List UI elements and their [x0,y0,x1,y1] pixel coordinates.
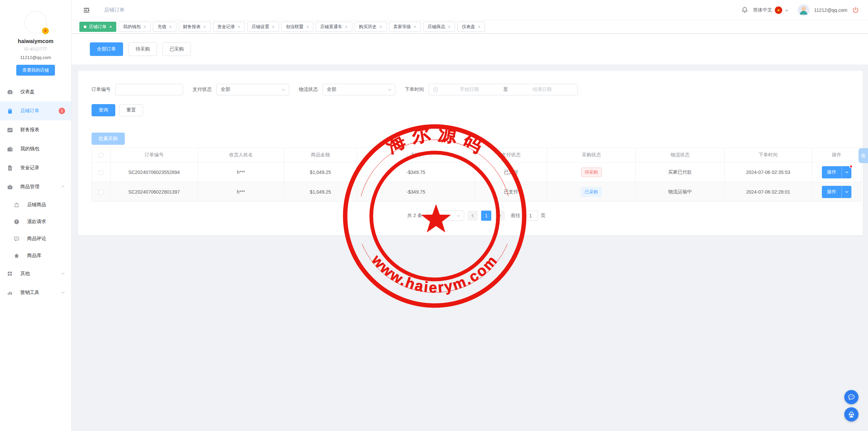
purchased-button[interactable]: 已采购 [162,42,191,56]
sidebar-item-marketing-tools[interactable]: 营销工具 [0,283,71,302]
header-user-email: 11212@qq.com [814,7,847,13]
sidebar-menu: 仪表盘 店铺订单 1 财务报表 我的钱包 [0,82,71,302]
tab-shop-express[interactable]: 店铺直通车× [316,22,352,32]
tab-dashboard[interactable]: 仪表盘× [457,22,485,32]
sidebar-item-funds-record[interactable]: 资金记录 [0,158,71,177]
close-icon[interactable]: × [448,24,451,29]
sidebar-item-refund-requests[interactable]: 退款请求 [0,213,71,230]
sidebar-item-label: 退款请求 [27,219,46,225]
tab-shop-orders[interactable]: 店铺订单× [79,22,116,32]
search-button[interactable]: 查询 [92,104,115,116]
close-icon[interactable]: × [169,24,172,29]
action-dropdown-button[interactable] [842,186,851,198]
tab-my-wallet[interactable]: 我的钱包× [119,22,151,32]
sidebar-item-goods-comments[interactable]: 商品评论 [0,230,71,247]
cell-logistics: 物流运输中 [636,182,725,202]
china-flag-icon: ★ [775,6,782,14]
order-type-band: 全部订单 待采购 已采购 [72,34,868,64]
cell-amount: $1,049.25 [284,182,357,202]
tab-shop-goods[interactable]: 店铺商品× [423,22,455,32]
all-orders-button[interactable]: 全部订单 [90,42,123,56]
logout-power-icon[interactable] [852,6,859,14]
tab-finance-report[interactable]: 财务报表× [179,22,211,32]
close-icon[interactable]: × [143,24,146,29]
sidebar-item-label: 营销工具 [20,290,39,296]
close-icon[interactable]: × [238,24,240,29]
select-all-checkbox[interactable] [99,153,103,158]
close-icon[interactable]: × [306,24,309,29]
close-icon[interactable]: × [345,24,348,29]
tab-startup-alliance[interactable]: 创业联盟× [281,22,313,32]
row-action-split-button[interactable]: 操作 [822,186,851,198]
action-button-label[interactable]: 操作 [822,166,842,178]
cell-pay-status: 已支付 [475,162,547,182]
svg-text:www.haierym.com: www.haierym.com [369,252,501,296]
page-size-select[interactable] [427,211,464,221]
logistics-status-select[interactable]: 全部 [322,84,395,95]
close-icon[interactable]: × [478,24,480,29]
cell-receiver: h*** [198,162,284,182]
tab-funds-record[interactable]: 资金记录× [213,22,245,32]
tab-label: 店铺直通车 [320,24,342,30]
row-checkbox[interactable] [99,190,103,195]
order-no-input[interactable] [115,84,183,95]
col-logistics-status: 物流状态 [636,148,725,162]
tab-purchase-history[interactable]: 购买历史× [355,22,387,32]
sidebar-item-other[interactable]: 其他 [0,264,71,283]
table-settings-button[interactable] [859,148,868,163]
table-header-row: 订单编号 收货人姓名 商品金额 利润 支付状态 采购状态 物流状态 下单时间 操… [92,148,862,162]
tab-label: 财务报表 [183,24,201,30]
row-checkbox[interactable] [99,170,103,175]
batch-purchase-button[interactable]: 批量采购 [92,133,125,145]
chat-bubble-icon [847,393,855,401]
reset-button[interactable]: 重置 [119,104,143,116]
language-selector[interactable]: 简体中文 ★ [753,6,788,14]
chat-button[interactable] [844,390,859,404]
row-action-split-button[interactable]: 操作 [822,166,851,178]
close-icon[interactable]: × [379,24,382,29]
sidebar-item-shop-goods[interactable]: 店铺商品 [0,196,71,213]
tab-label: 我的钱包 [123,24,141,30]
chevron-left-icon [471,214,475,218]
cell-order-time: 2024-07-06 02:35:53 [725,162,812,182]
goto-page-input[interactable] [523,211,538,221]
customer-service-button[interactable] [844,407,859,422]
header-right: 简体中文 ★ 11212@qq.com [741,4,859,16]
close-icon[interactable]: × [109,24,112,29]
prev-page-button[interactable] [468,211,478,221]
notification-bell-icon[interactable] [741,6,748,14]
pay-status-select[interactable]: 全部 [216,84,289,95]
close-icon[interactable]: × [272,24,275,29]
tab-recharge[interactable]: 充值× [153,22,176,32]
action-button-label[interactable]: 操作 [822,186,842,198]
sidebar-item-goods-library[interactable]: 商品库 [0,247,71,264]
goods-icon [7,184,13,190]
close-icon[interactable]: × [414,24,416,29]
user-avatar[interactable] [798,4,809,16]
logistics-status-value: 全部 [327,86,388,93]
sidebar-item-shop-orders[interactable]: 店铺订单 1 [0,101,71,120]
notification-dot [849,165,853,168]
sidebar-item-my-wallet[interactable]: 我的钱包 [0,139,71,158]
order-time-range-picker[interactable]: 开始日期 至 结束日期 [429,84,578,95]
pay-status-label: 支付状态 [193,86,212,93]
page-unit-label: 页 [541,213,546,219]
next-page-button[interactable] [495,211,505,221]
sidebar-collapse-icon[interactable] [83,7,90,14]
gear-icon [860,153,866,159]
shop-goods-icon [14,202,20,208]
pending-purchase-button[interactable]: 待采购 [129,42,157,56]
funds-icon [7,165,13,171]
close-icon[interactable]: × [203,24,206,29]
page-number-button[interactable]: 1 [481,211,491,221]
goto-label: 前往 [511,213,520,219]
view-my-shop-button[interactable]: 查看我的店铺 [16,65,55,76]
sidebar-item-finance-report[interactable]: 财务报表 [0,120,71,139]
chevron-down-icon [61,271,65,276]
batch-row: 批量采购 [92,133,863,145]
tab-shop-settings[interactable]: 店铺设置× [247,22,279,32]
col-pay-status: 支付状态 [475,148,547,162]
sidebar-item-goods-management[interactable]: 商品管理 [0,177,71,196]
tab-seller-level[interactable]: 卖家等级× [389,22,421,32]
sidebar-item-dashboard[interactable]: 仪表盘 [0,82,71,101]
